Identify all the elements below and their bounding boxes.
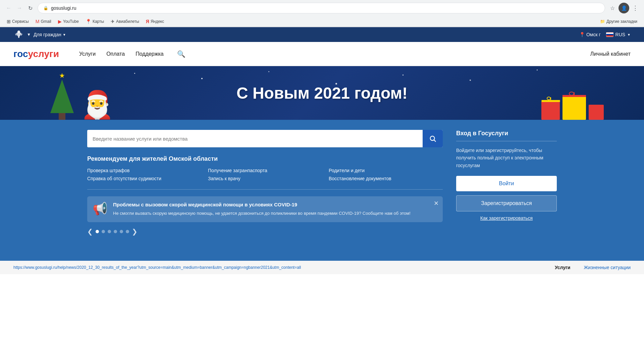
bookmark-yandex[interactable]: Я Яндекс [143, 17, 167, 26]
rec-item-passport[interactable]: Получение загранпаспорта [208, 168, 322, 173]
rec-item-doctor[interactable]: Запись к врачу [208, 176, 322, 181]
gov-nav-right: 📍 Омск г RUS ▼ [579, 32, 631, 37]
for-citizens-dropdown[interactable]: Для граждан ▼ [34, 32, 66, 37]
logo-gos: гос [13, 49, 28, 59]
apps-icon: ⊞ [7, 19, 11, 24]
carousel-dot-5[interactable] [120, 230, 123, 233]
carousel-dot-6[interactable] [126, 230, 129, 233]
maps-icon: 📍 [86, 19, 91, 24]
bookmark-gmail[interactable]: M Gmail [33, 17, 54, 26]
address-bar[interactable]: 🔒 gosuslugi.ru [38, 3, 605, 13]
bookmark-star-button[interactable]: ☆ [608, 3, 617, 13]
lock-icon: 🔒 [43, 6, 48, 10]
rec-item-documents[interactable]: Восстановление документов [329, 176, 443, 181]
bookmark-gmail-label: Gmail [41, 19, 51, 24]
lang-chevron-icon: ▼ [627, 33, 631, 37]
bookmark-youtube-label: YouTube [63, 19, 79, 24]
bookmark-maps[interactable]: 📍 Карты [83, 17, 107, 26]
carousel-nav: ❮ ❯ [87, 228, 443, 236]
bookmark-flights[interactable]: ✈ Авиабилеты [108, 17, 142, 26]
login-button[interactable]: Войти [456, 176, 557, 191]
nav-services[interactable]: Услуги [79, 51, 96, 57]
login-box: Вход в Госуслуги Войдите или зарегистрир… [456, 130, 557, 221]
other-bookmarks-label: Другие закладки [606, 19, 637, 24]
nav-payment[interactable]: Оплата [106, 51, 125, 57]
ny-banner: ★ 🎅 С Новым 2021 годом! [0, 66, 644, 120]
footer-situations-link[interactable]: Жизненные ситуации [584, 265, 631, 270]
alert-close-button[interactable]: ✕ [434, 200, 439, 206]
flights-icon: ✈ [111, 19, 115, 24]
carousel-dot-2[interactable] [102, 230, 105, 233]
gov-top-nav: ▼ Для граждан ▼ 📍 Омск г RUS ▼ [0, 27, 644, 42]
main-header: госуслуги Услуги Оплата Поддержка 🔍 Личн… [0, 42, 644, 66]
carousel-dot-4[interactable] [114, 230, 117, 233]
bookmarks-bar: ⊞ Сервисы M Gmail ▶ YouTube 📍 Карты ✈ Ав… [0, 16, 644, 27]
bookmark-youtube[interactable]: ▶ YouTube [55, 17, 82, 26]
alert-text: Не смогли вызвать скорую медицинскую пом… [113, 210, 437, 217]
alert-card: 📢 Проблемы с вызовом скорой медицинской … [87, 196, 443, 222]
back-button[interactable]: ← [4, 3, 13, 13]
toolbar-right: ☆ 👤 ⋮ [608, 3, 640, 13]
location-label: Омск г [586, 32, 601, 37]
logo-uslugi: услуги [28, 49, 59, 59]
carousel-dot-3[interactable] [108, 230, 111, 233]
register-button[interactable]: Зарегистрироваться [456, 195, 557, 211]
eagle-icon [13, 29, 24, 40]
location-pin-icon: 📍 [579, 32, 585, 37]
recommendations-grid: Проверка штрафов Получение загранпаспорт… [87, 168, 443, 181]
megaphone-icon: 📢 [93, 202, 108, 216]
footer-nav: Услуги Жизненные ситуации [555, 265, 631, 270]
bookmark-servisy-label: Сервисы [12, 19, 29, 24]
svg-rect-1 [18, 36, 19, 38]
profile-avatar[interactable]: 👤 [619, 3, 629, 13]
address-text: gosuslugi.ru [51, 5, 599, 11]
banner-text: С Новым 2021 годом! [236, 84, 408, 102]
bottom-bar: https://www.gosuslugi.ru/help/news/2020_… [0, 261, 644, 274]
search-box [87, 130, 443, 147]
rec-item-parents[interactable]: Родители и дети [329, 168, 443, 173]
search-btn-icon [429, 135, 436, 142]
forward-button[interactable]: → [15, 3, 24, 13]
footer-services-label: Услуги [555, 265, 571, 270]
how-to-register-link[interactable]: Как зарегистрироваться [456, 215, 557, 221]
search-button[interactable] [423, 130, 443, 147]
login-title: Вход в Госуслуги [456, 130, 557, 137]
carousel-next-button[interactable]: ❯ [132, 228, 138, 236]
gosuslugi-logo[interactable]: госуслуги [13, 49, 59, 59]
nav-support[interactable]: Поддержка [136, 51, 163, 57]
rec-item-fines[interactable]: Проверка штрафов [87, 168, 201, 173]
login-description: Войдите или зарегистрируйтесь, чтобы пол… [456, 147, 557, 169]
location-selector[interactable]: 📍 Омск г [579, 32, 601, 37]
refresh-button[interactable]: ↻ [25, 3, 35, 13]
language-selector[interactable]: RUS ▼ [606, 32, 631, 37]
personal-cabinet-link[interactable]: Личный кабинет [590, 51, 631, 57]
content-right: Вход в Госуслуги Войдите или зарегистрир… [456, 130, 557, 236]
svg-line-3 [434, 140, 436, 142]
youtube-icon: ▶ [58, 19, 62, 24]
main-content: Рекомендуем для жителей Омской области П… [0, 120, 644, 261]
bookmark-maps-label: Карты [93, 19, 104, 24]
rec-item-criminal[interactable]: Справка об отсутствии судимости [87, 176, 201, 181]
bookmark-servisy[interactable]: ⊞ Сервисы [4, 17, 32, 26]
svg-point-2 [430, 136, 435, 141]
footer-url-link[interactable]: https://www.gosuslugi.ru/help/news/2020_… [13, 265, 301, 270]
content-left: Рекомендуем для жителей Омской области П… [87, 130, 443, 236]
gov-logo[interactable]: ▼ [13, 29, 31, 40]
browser-chrome: ← → ↻ 🔒 gosuslugi.ru ☆ 👤 ⋮ ⊞ Сервисы M G… [0, 0, 644, 27]
carousel-prev-button[interactable]: ❮ [87, 228, 93, 236]
folder-icon: 📁 [600, 19, 605, 24]
login-divider [456, 141, 557, 141]
bookmark-yandex-label: Яндекс [151, 19, 164, 24]
alert-title: Проблемы с вызовом скорой медицинской по… [113, 202, 437, 207]
for-citizens-label: Для граждан [34, 32, 61, 37]
nav-buttons: ← → ↻ [4, 3, 35, 13]
search-input[interactable] [87, 130, 423, 147]
recommendations-title: Рекомендуем для жителей Омской области [87, 155, 443, 162]
yandex-icon: Я [146, 19, 149, 24]
carousel-dot-1[interactable] [96, 230, 99, 233]
other-bookmarks[interactable]: 📁 Другие закладки [597, 18, 640, 25]
content-divider [87, 189, 443, 190]
flag-icon [606, 32, 613, 37]
menu-button[interactable]: ⋮ [631, 3, 640, 13]
search-icon[interactable]: 🔍 [177, 50, 185, 58]
